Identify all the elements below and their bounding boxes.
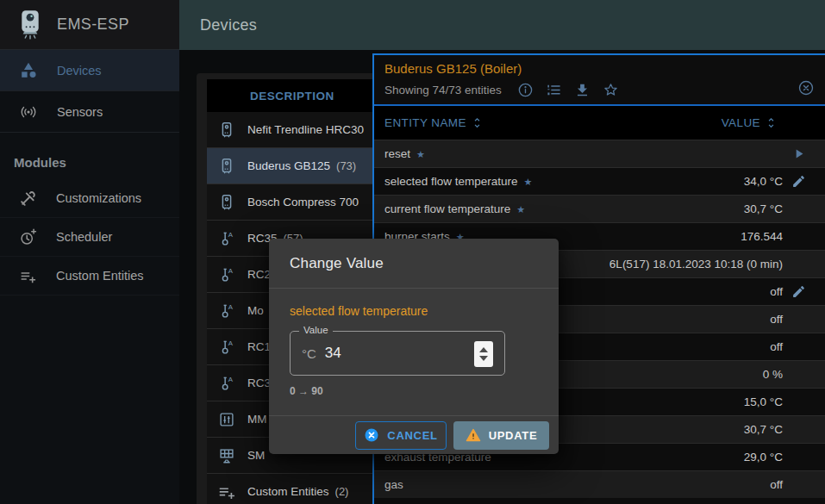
dialog-body: selected flow temperature Value °C 0 → 9… bbox=[269, 289, 559, 397]
showing-entities-text: Showing 74/73 entities bbox=[384, 84, 502, 96]
change-value-dialog: Change Value selected flow temperature V… bbox=[269, 239, 559, 454]
column-value[interactable]: VALUE bbox=[722, 116, 778, 129]
favorite-star-icon: ★ bbox=[516, 204, 525, 215]
app-title: EMS-ESP bbox=[57, 16, 129, 34]
edit-pencil-icon[interactable] bbox=[791, 174, 806, 189]
device-label: Bosch Compress 700 bbox=[247, 196, 359, 208]
mixer-icon bbox=[217, 410, 236, 429]
sidebar-item-sensors[interactable]: Sensors bbox=[0, 91, 179, 133]
entity-row-gas[interactable]: gas off bbox=[374, 470, 825, 498]
sidebar-item-label: Devices bbox=[57, 64, 102, 78]
ems-esp-app: EMS-ESP Devices Sensors Modules bbox=[0, 0, 825, 504]
sidebar-item-label: Sensors bbox=[57, 105, 103, 119]
value-field-label: Value bbox=[299, 325, 333, 335]
boiler-icon bbox=[217, 193, 236, 212]
list-numbered-icon[interactable] bbox=[546, 82, 562, 98]
solar-panel-icon bbox=[217, 446, 236, 465]
entity-row-current-flow-temperature[interactable]: current flow temperature★ 30,7 °C bbox=[374, 195, 825, 222]
sidebar-item-label: Scheduler bbox=[56, 230, 112, 244]
device-label: MM bbox=[247, 413, 267, 426]
stepper-up-icon[interactable] bbox=[479, 347, 488, 352]
entity-table-header: ENTITY NAME VALUE bbox=[374, 106, 825, 140]
close-icon[interactable] bbox=[797, 79, 815, 96]
device-label: SM bbox=[247, 449, 265, 462]
star-icon[interactable] bbox=[603, 82, 619, 98]
sensors-icon bbox=[19, 103, 38, 121]
column-entity-name[interactable]: ENTITY NAME bbox=[384, 116, 484, 129]
sidebar-item-label: Customizations bbox=[56, 191, 141, 205]
update-button[interactable]: UPDATE bbox=[453, 421, 549, 450]
warning-triangle-icon bbox=[466, 427, 481, 443]
sidebar-item-custom-entities[interactable]: Custom Entities bbox=[0, 257, 179, 296]
top-app-bar: Devices bbox=[179, 0, 825, 50]
svg-text:A: A bbox=[228, 230, 234, 238]
entity-row-selected-flow-temperature[interactable]: selected flow temperature★ 34,0 °C bbox=[374, 167, 825, 195]
device-count: (2) bbox=[335, 485, 349, 498]
download-icon[interactable] bbox=[574, 82, 591, 98]
edit-pencil-icon[interactable] bbox=[791, 284, 806, 299]
boiler-icon bbox=[217, 157, 236, 176]
clock-plus-icon bbox=[19, 228, 37, 246]
entity-row-reset[interactable]: reset★ bbox=[374, 140, 825, 167]
value-range-hint: 0 → 90 bbox=[290, 385, 538, 397]
thermostat-icon: A bbox=[217, 338, 236, 357]
entity-panel-toolbar: Showing 74/73 entities bbox=[374, 79, 825, 100]
device-label: RC3 bbox=[247, 376, 271, 389]
playlist-add-icon bbox=[19, 267, 37, 285]
svg-text:A: A bbox=[228, 339, 234, 346]
modules-section-label: Modules bbox=[0, 155, 179, 179]
thermostat-icon: A bbox=[217, 229, 236, 248]
sidebar-item-scheduler[interactable]: Scheduler bbox=[0, 218, 179, 257]
entity-panel-title: Buderus GB125 (Boiler) bbox=[374, 55, 825, 79]
run-command-icon[interactable] bbox=[791, 146, 806, 161]
info-icon[interactable] bbox=[517, 82, 534, 98]
favorite-star-icon: ★ bbox=[416, 149, 425, 159]
favorite-star-icon: ★ bbox=[524, 177, 533, 187]
dialog-entity-label: selected flow temperature bbox=[290, 304, 538, 320]
number-stepper[interactable] bbox=[474, 341, 493, 367]
thermostat-icon: A bbox=[217, 374, 236, 393]
sidebar-item-devices[interactable]: Devices bbox=[0, 50, 179, 91]
device-count: (73) bbox=[336, 159, 356, 172]
sort-icon bbox=[765, 116, 778, 129]
dialog-title: Change Value bbox=[269, 239, 559, 289]
thermostat-icon: A bbox=[217, 265, 236, 284]
app-logo-area: EMS-ESP bbox=[0, 0, 179, 50]
value-input[interactable] bbox=[325, 345, 446, 362]
svg-text:A: A bbox=[228, 302, 234, 310]
stepper-down-icon[interactable] bbox=[479, 356, 488, 361]
boiler-logo-icon bbox=[17, 9, 43, 40]
devices-category-icon bbox=[19, 61, 38, 80]
device-label: Custom Entities bbox=[247, 485, 329, 498]
svg-text:A: A bbox=[228, 266, 234, 274]
page-title: Devices bbox=[179, 0, 825, 50]
cancel-circle-icon bbox=[364, 427, 379, 443]
sort-icon bbox=[471, 116, 484, 129]
svg-text:A: A bbox=[228, 375, 234, 383]
cancel-button[interactable]: CANCEL bbox=[355, 421, 447, 450]
thermostat-icon: A bbox=[217, 302, 236, 320]
dialog-footer: CANCEL UPDATE bbox=[269, 415, 559, 454]
tools-icon bbox=[19, 190, 37, 208]
device-label: Mo bbox=[247, 304, 264, 317]
unit-label: °C bbox=[302, 346, 316, 361]
playlist-add-icon bbox=[217, 482, 236, 501]
device-label: RC1 bbox=[247, 340, 271, 353]
device-label: RC2 bbox=[247, 268, 271, 281]
sidebar: EMS-ESP Devices Sensors Modules bbox=[0, 0, 179, 504]
boiler-icon bbox=[217, 121, 236, 140]
sidebar-item-customizations[interactable]: Customizations bbox=[0, 179, 179, 218]
device-label: Nefit Trendline HRC30 bbox=[247, 123, 364, 136]
device-label: Buderus GB125 bbox=[247, 159, 330, 172]
value-field[interactable]: Value °C bbox=[290, 331, 505, 376]
sidebar-item-label: Custom Entities bbox=[56, 269, 144, 283]
